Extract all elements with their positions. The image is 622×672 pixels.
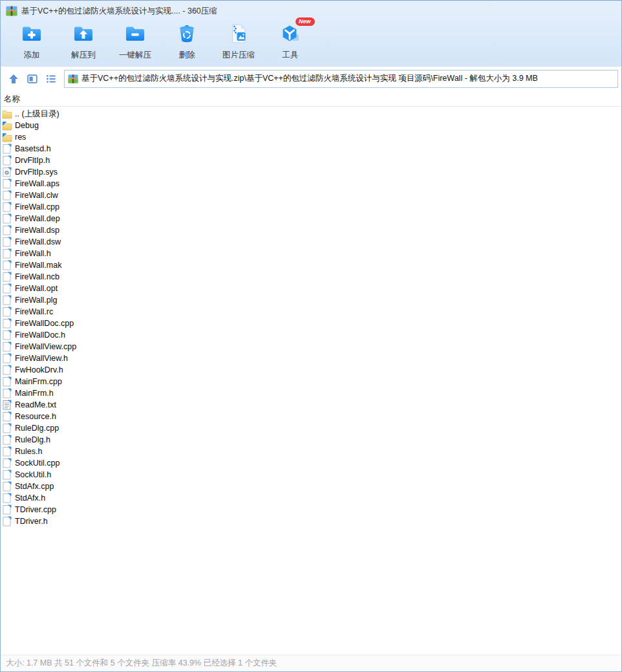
file-icon — [2, 458, 12, 468]
toolbar: 添加 解压到 一键解压 — [1, 21, 621, 67]
file-name: FireWall.mak — [15, 261, 61, 270]
list-view-button[interactable] — [45, 72, 58, 85]
file-list: 名称 — [1, 91, 621, 655]
file-row[interactable]: Basetsd.h — [1, 143, 621, 155]
one-click-extract-icon — [124, 23, 146, 47]
file-row[interactable]: MainFrm.cpp — [1, 376, 621, 387]
file-row[interactable]: FireWall.rc — [1, 306, 621, 318]
file-row[interactable]: TDriver.h — [1, 515, 621, 527]
file-name: FireWallView.h — [15, 354, 68, 363]
status-bar: 大小: 1.7 MB 共 51 个文件和 5 个文件夹 压缩率 43.9% 已经… — [1, 655, 621, 671]
file-row[interactable]: FwHookDrv.h — [1, 364, 621, 376]
file-list-body: .. (上级目录) — [1, 107, 621, 655]
file-row[interactable]: FireWallView.h — [1, 352, 621, 364]
file-row[interactable]: SockUtil.h — [1, 469, 621, 481]
delete-button[interactable]: 删除 — [169, 21, 205, 61]
file-name: MainFrm.h — [15, 389, 54, 398]
window-title: 基于VC++的包过滤防火墙系统设计与实现.... - 360压缩 — [21, 6, 217, 17]
file-icon — [2, 213, 12, 224]
file-icon — [2, 423, 12, 433]
one-click-extract-button-label: 一键解压 — [119, 50, 151, 61]
file-name: FireWall.clw — [15, 191, 58, 200]
file-icon — [2, 260, 12, 270]
archive-file-icon — [68, 74, 78, 84]
up-directory-button[interactable] — [7, 72, 20, 85]
file-row[interactable]: FireWall.cpp — [1, 201, 621, 213]
add-archive-icon — [21, 23, 43, 47]
file-row[interactable]: Resource.h — [1, 411, 621, 422]
file-name: FireWall.rc — [15, 307, 53, 316]
one-click-extract-button[interactable]: 一键解压 — [117, 21, 153, 61]
file-icon — [2, 365, 12, 375]
preview-pane-button[interactable] — [26, 72, 39, 85]
file-name: res — [15, 133, 26, 142]
window-chrome: 基于VC++的包过滤防火墙系统设计与实现.... - 360压缩 添加 — [1, 1, 621, 67]
file-icon — [2, 446, 12, 457]
file-name: FireWallDoc.cpp — [15, 319, 74, 328]
current-path: 基于VC++的包过滤防火墙系统设计与实现.zip\基于VC++的包过滤防火墙系统… — [81, 73, 538, 84]
file-name: DrvFltIp.sys — [15, 168, 58, 177]
file-name: FireWall.opt — [15, 284, 58, 293]
file-row[interactable]: FireWall.clw — [1, 190, 621, 201]
system-file-icon — [2, 167, 12, 177]
file-row[interactable]: FireWall.dep — [1, 213, 621, 224]
file-row[interactable]: ReadMe.txt — [1, 399, 621, 411]
file-row[interactable]: RuleDlg.h — [1, 434, 621, 446]
file-row[interactable]: MainFrm.h — [1, 387, 621, 399]
file-name: FireWallDoc.h — [15, 331, 65, 340]
file-name: FireWall.dep — [15, 214, 60, 223]
address-bar[interactable]: 基于VC++的包过滤防火墙系统设计与实现.zip\基于VC++的包过滤防火墙系统… — [64, 70, 618, 88]
file-row[interactable]: FireWall.dsw — [1, 236, 621, 248]
image-compress-button-label: 图片压缩 — [222, 50, 255, 61]
file-row[interactable]: StdAfx.cpp — [1, 481, 621, 492]
file-row[interactable]: FireWall.opt — [1, 283, 621, 294]
file-name: FireWall.aps — [15, 179, 59, 188]
file-row[interactable]: .. (上级目录) — [1, 108, 621, 120]
file-name: DrvFltIp.h — [15, 156, 50, 165]
file-row[interactable]: TDriver.cpp — [1, 504, 621, 515]
file-icon — [2, 504, 12, 515]
file-row[interactable]: Rules.h — [1, 446, 621, 457]
file-icon — [2, 307, 12, 317]
delete-icon — [176, 23, 198, 47]
file-row[interactable]: DrvFltIp.h — [1, 155, 621, 166]
file-row[interactable]: FireWall.plg — [1, 294, 621, 306]
folder-icon — [2, 120, 12, 131]
file-row[interactable]: FireWall.dsp — [1, 224, 621, 236]
file-row[interactable]: FireWall.ncb — [1, 271, 621, 283]
tools-button[interactable]: New 工具 — [272, 21, 308, 61]
file-icon — [2, 248, 12, 259]
image-compress-button[interactable]: 图片压缩 — [220, 21, 257, 61]
file-name: SockUtil.cpp — [15, 459, 59, 468]
file-icon — [2, 470, 12, 480]
file-icon — [2, 144, 12, 154]
add-button[interactable]: 添加 — [14, 21, 50, 61]
file-icon — [2, 330, 12, 340]
file-icon — [2, 353, 12, 363]
file-name: FireWall.dsw — [15, 237, 61, 246]
file-row[interactable]: FireWall.aps — [1, 178, 621, 190]
file-name: Rules.h — [15, 447, 42, 456]
file-row[interactable]: FireWallView.cpp — [1, 341, 621, 352]
file-row[interactable]: FireWallDoc.h — [1, 329, 621, 341]
file-row[interactable]: StdAfx.h — [1, 492, 621, 504]
extract-to-button[interactable]: 解压到 — [65, 21, 102, 61]
file-row[interactable]: FireWallDoc.cpp — [1, 318, 621, 329]
nav-icons — [7, 72, 58, 85]
file-name: FireWall.dsp — [15, 226, 59, 235]
file-row[interactable]: SockUtil.cpp — [1, 457, 621, 469]
file-row[interactable]: DrvFltIp.sys — [1, 166, 621, 178]
name-column-header[interactable]: 名称 — [1, 91, 621, 107]
file-name: RuleDlg.h — [15, 435, 50, 444]
file-name: TDriver.cpp — [15, 505, 56, 514]
app-window: 基于VC++的包过滤防火墙系统设计与实现.... - 360压缩 添加 — [0, 0, 622, 672]
file-name: TDriver.h — [15, 517, 48, 526]
delete-button-label: 删除 — [179, 50, 195, 61]
file-row[interactable]: FireWall.mak — [1, 259, 621, 271]
file-row[interactable]: RuleDlg.cpp — [1, 422, 621, 434]
file-row[interactable]: FireWall.h — [1, 248, 621, 259]
file-row[interactable]: res — [1, 131, 621, 143]
file-row[interactable]: Debug — [1, 120, 621, 131]
file-name: FireWall.h — [15, 249, 51, 258]
file-name: Resource.h — [15, 412, 56, 421]
